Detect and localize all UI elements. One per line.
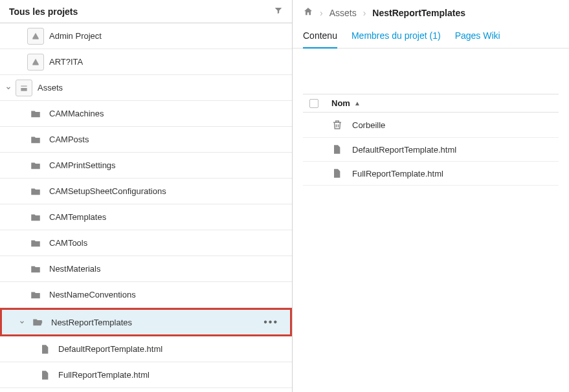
tree-item-cammachines[interactable]: CAMMachines	[0, 101, 292, 127]
tree-item-camsetupsheet[interactable]: CAMSetupSheetConfigurations	[0, 179, 292, 204]
file-icon	[36, 367, 53, 384]
table-row-defaultreport[interactable]: DefaultReportTemplate.html	[303, 138, 559, 162]
folder-icon	[27, 105, 44, 122]
tree-item-nestreporttemplates[interactable]: NestReportTemplates •••	[0, 308, 292, 336]
folder-icon	[27, 261, 44, 278]
tree-item-label: CAMTemplates	[49, 212, 283, 222]
tree-item-label: DefaultReportTemplate.html	[58, 344, 283, 354]
tree-item-camposts[interactable]: CAMPosts	[0, 127, 292, 153]
tree-item-label: Assets	[38, 83, 283, 93]
tree-title: Tous les projets	[9, 6, 78, 17]
tree-item-camprintsettings[interactable]: CAMPrintSettings	[0, 153, 292, 179]
breadcrumb-separator: ›	[320, 8, 323, 18]
breadcrumb-separator: ›	[363, 8, 366, 18]
tree-item-label: CAMMachines	[49, 109, 283, 118]
tree-item-nestnameconventions[interactable]: NestNameConventions	[0, 282, 292, 308]
trash-icon	[331, 119, 343, 131]
table-row-fullreport[interactable]: FullReportTemplate.html	[303, 162, 559, 186]
breadcrumb-current: NestReportTemplates	[372, 8, 465, 18]
tree-item-label: CAMPrintSettings	[49, 160, 283, 170]
sort-asc-icon: ▲	[354, 100, 361, 107]
breadcrumb-assets[interactable]: Assets	[329, 8, 357, 18]
home-icon[interactable]	[303, 6, 313, 19]
project-tree-panel: Tous les projets Admin Project ART?ITA	[0, 0, 293, 392]
tree-item-label: CAMSetupSheetConfigurations	[49, 186, 283, 196]
project-icon	[16, 80, 32, 96]
content-table: Nom ▲ Corbeille DefaultReportTemplate.ht…	[293, 49, 569, 186]
folder-open-icon	[29, 314, 46, 331]
file-icon	[36, 341, 53, 358]
folder-icon	[27, 131, 44, 148]
tree-item-label: NestMaterials	[49, 264, 283, 274]
tree-item-label: CAMPosts	[49, 135, 283, 144]
table-header: Nom ▲	[303, 94, 559, 113]
project-tree: Admin Project ART?ITA Assets CAMMachines	[0, 23, 292, 392]
tree-item-fullreport[interactable]: FullReportTemplate.html	[0, 362, 292, 388]
tree-item-label: NestReportTemplates	[51, 318, 263, 327]
tree-item-label: Admin Project	[49, 31, 283, 41]
main-panel: › Assets › NestReportTemplates Contenu M…	[293, 0, 569, 392]
tree-item-assets[interactable]: Assets	[0, 75, 292, 101]
file-icon	[331, 168, 343, 179]
project-icon	[27, 28, 44, 45]
file-icon	[331, 144, 343, 155]
tab-content[interactable]: Contenu	[303, 25, 337, 49]
svg-rect-0	[32, 38, 38, 39]
select-all-checkbox[interactable]	[309, 99, 318, 108]
tree-item-artita[interactable]: ART?ITA	[0, 49, 292, 75]
column-header-name[interactable]: Nom	[331, 98, 350, 108]
table-row-trash[interactable]: Corbeille	[303, 113, 559, 138]
row-label: DefaultReportTemplate.html	[352, 145, 456, 155]
svg-rect-2	[21, 85, 27, 86]
tree-header: Tous les projets	[0, 0, 292, 23]
folder-icon	[27, 287, 44, 303]
row-label: FullReportTemplate.html	[352, 169, 443, 179]
tree-item-label: NestNameConventions	[49, 290, 283, 299]
folder-icon	[27, 209, 44, 226]
tree-item-camtools[interactable]: CAMTools	[0, 230, 292, 256]
chevron-down-icon[interactable]	[4, 83, 13, 93]
tab-wiki[interactable]: Pages Wiki	[455, 25, 500, 48]
tree-item-label: CAMTools	[49, 238, 283, 248]
breadcrumb: › Assets › NestReportTemplates	[293, 0, 569, 23]
tree-item-admin-project[interactable]: Admin Project	[0, 23, 292, 49]
tree-item-label: ART?ITA	[49, 57, 283, 67]
svg-rect-1	[32, 63, 38, 65]
svg-rect-3	[21, 88, 27, 91]
filter-icon[interactable]	[274, 6, 283, 17]
chevron-down-icon[interactable]	[17, 318, 27, 327]
tree-item-defaultreport[interactable]: DefaultReportTemplate.html	[0, 336, 292, 362]
tree-item-label: FullReportTemplate.html	[58, 370, 283, 380]
folder-icon	[27, 183, 44, 200]
row-label: Corbeille	[352, 120, 385, 130]
more-options-icon[interactable]: •••	[263, 316, 281, 328]
tab-members[interactable]: Membres du projet (1)	[351, 25, 441, 48]
folder-icon	[27, 235, 44, 252]
tree-item-nestmaterials[interactable]: NestMaterials	[0, 256, 292, 282]
tab-bar: Contenu Membres du projet (1) Pages Wiki	[293, 23, 569, 49]
folder-icon	[27, 157, 44, 174]
tree-item-camtemplates[interactable]: CAMTemplates	[0, 204, 292, 230]
project-icon	[27, 54, 44, 71]
